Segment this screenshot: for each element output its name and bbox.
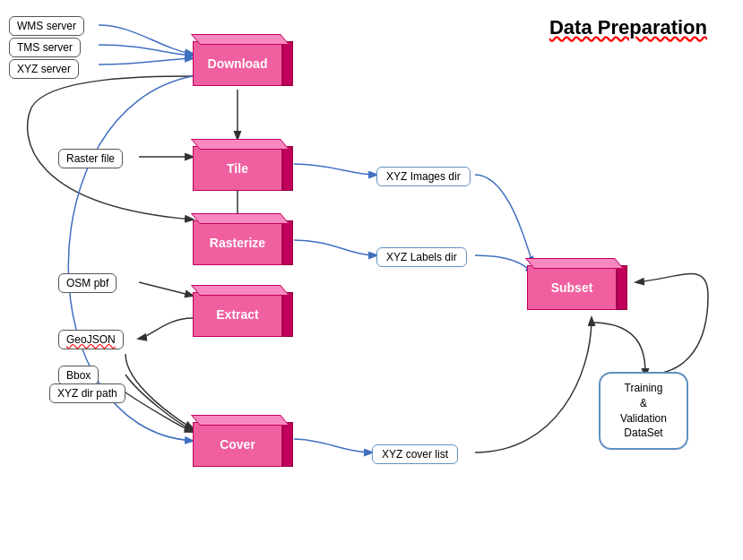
tile-box-front: Tile <box>193 146 282 191</box>
tv-line4: DataSet <box>609 426 678 441</box>
tile-box: Tile <box>193 139 291 188</box>
rasterize-box-front: Rasterize <box>193 220 282 265</box>
download-box: Download <box>193 34 291 83</box>
download-box-top <box>191 34 289 45</box>
xyz-images-dir-label: XYZ Images dir <box>376 167 471 186</box>
raster-file-label: Raster file <box>58 149 123 168</box>
rasterize-box: Rasterize <box>193 213 291 263</box>
cover-box-side <box>282 422 293 467</box>
wms-server-label: WMS server <box>9 16 84 36</box>
osm-pbf-label: OSM pbf <box>58 273 117 293</box>
subset-box-side <box>617 265 627 310</box>
diagram-container: Data Preparation WMS server TMS server X… <box>0 0 743 560</box>
tms-server-label: TMS server <box>9 38 81 57</box>
cover-box-top <box>191 415 289 426</box>
xyz-cover-list-label: XYZ cover list <box>372 444 458 464</box>
tv-line1: Training <box>609 381 678 396</box>
download-box-front: Download <box>193 41 282 86</box>
xyz-server-label: XYZ server <box>9 59 79 79</box>
subset-box-top <box>525 258 624 269</box>
extract-box-side <box>282 292 293 337</box>
bbox-label: Bbox <box>58 366 99 385</box>
subset-box: Subset <box>527 258 626 307</box>
tile-box-side <box>282 146 293 191</box>
rasterize-box-top <box>191 213 289 224</box>
tv-line3: Validation <box>609 411 678 426</box>
xyz-labels-dir-label: XYZ Labels dir <box>376 247 467 267</box>
page-title: Data Preparation <box>549 16 707 39</box>
geojson-label: GeoJSON <box>58 330 124 349</box>
download-box-side <box>282 41 293 86</box>
title-text: Data Preparation <box>549 16 707 39</box>
extract-box-top <box>191 285 289 296</box>
cover-box-front: Cover <box>193 422 282 467</box>
rasterize-box-side <box>282 220 293 265</box>
extract-box: Extract <box>193 285 291 334</box>
training-validation-box: Training & Validation DataSet <box>599 372 688 450</box>
xyz-dir-path-label: XYZ dir path <box>49 383 125 403</box>
cover-box: Cover <box>193 415 291 464</box>
extract-box-front: Extract <box>193 292 282 337</box>
tv-line2: & <box>609 396 678 411</box>
subset-box-front: Subset <box>527 265 617 310</box>
tile-box-top <box>191 139 289 150</box>
